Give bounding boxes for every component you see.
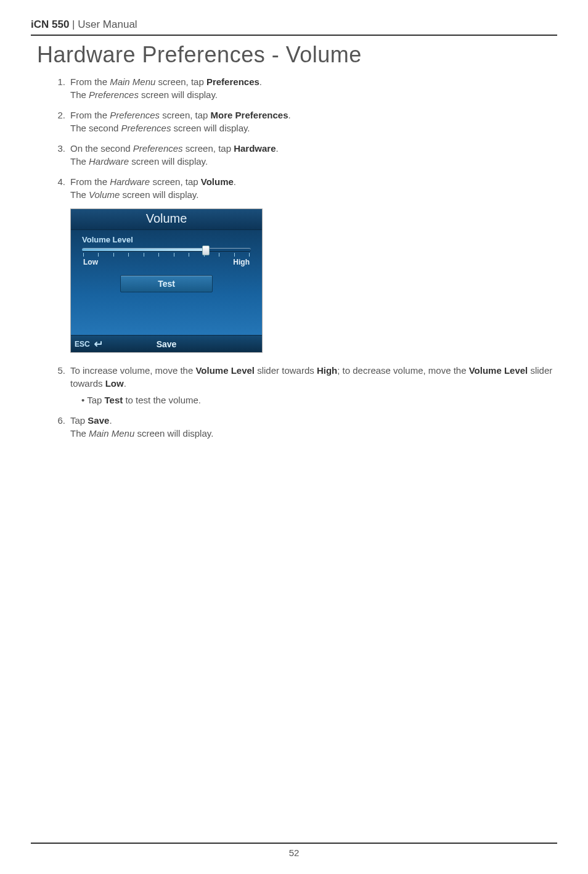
product-name: iCN 550	[31, 19, 69, 30]
slider-ticks	[83, 253, 250, 257]
step-body: Tap Save.The Main Menu screen will displ…	[70, 414, 557, 440]
screen-title: Volume	[71, 209, 262, 230]
step-body: From the Hardware screen, tap Volume.The…	[70, 175, 557, 201]
instruction-step: 6.Tap Save.The Main Menu screen will dis…	[54, 414, 557, 440]
esc-label: ESC	[75, 340, 90, 348]
volume-level-label: Volume Level	[82, 235, 262, 244]
test-button[interactable]: Test	[120, 275, 213, 292]
step-number: 2.	[54, 109, 70, 134]
page-header: iCN 550 | User Manual	[31, 19, 557, 36]
step-number: 5.	[54, 364, 70, 406]
instruction-step: 1.From the Main Menu screen, tap Prefere…	[54, 75, 557, 101]
esc-button[interactable]: ESC	[71, 340, 102, 348]
step-sub-bullet: Tap Test to test the volume.	[81, 394, 557, 406]
instruction-step: 4.From the Hardware screen, tap Volume.T…	[54, 175, 557, 201]
return-arrow-icon	[92, 340, 102, 348]
step-body: To increase volume, move the Volume Leve…	[70, 364, 557, 406]
step-number: 3.	[54, 142, 70, 168]
volume-slider-track[interactable]	[82, 248, 251, 252]
doc-type: User Manual	[78, 19, 137, 30]
volume-slider-fill	[82, 249, 203, 251]
slider-low-label: Low	[83, 258, 98, 266]
step-number: 1.	[54, 75, 70, 101]
instruction-step: 3.On the second Preferences screen, tap …	[54, 142, 557, 168]
instruction-step: 5.To increase volume, move the Volume Le…	[54, 364, 557, 406]
device-screenshot: Volume Volume Level Low High Test	[70, 208, 263, 353]
page-title: Hardware Preferences - Volume	[37, 42, 557, 68]
volume-slider-thumb[interactable]	[202, 245, 210, 255]
page-footer: 52	[31, 843, 557, 858]
step-number: 4.	[54, 175, 70, 201]
step-body: On the second Preferences screen, tap Ha…	[70, 142, 557, 168]
step-body: From the Main Menu screen, tap Preferenc…	[70, 75, 557, 101]
header-divider: |	[69, 19, 78, 30]
page-number: 52	[289, 847, 300, 858]
slider-high-label: High	[233, 258, 250, 266]
save-button[interactable]: Save	[157, 339, 177, 349]
instruction-step: 2.From the Preferences screen, tap More …	[54, 109, 557, 134]
step-body: From the Preferences screen, tap More Pr…	[70, 109, 557, 134]
step-number: 6.	[54, 414, 70, 440]
